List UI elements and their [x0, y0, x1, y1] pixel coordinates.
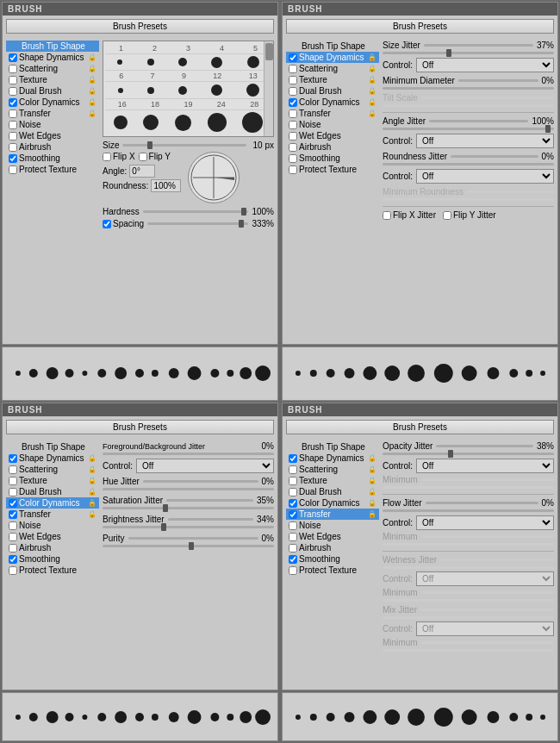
- list-item-scatter[interactable]: Scattering 🔒: [6, 63, 99, 74]
- list-item-texture-br[interactable]: Texture 🔒: [286, 475, 379, 486]
- list-item-dual[interactable]: Dual Brush 🔒: [6, 85, 99, 97]
- list-item-dual-tr[interactable]: Dual Brush 🔒: [286, 85, 379, 97]
- svg-point-27: [462, 365, 477, 381]
- lock-icon: 🔒: [368, 98, 376, 106]
- list-item-scatter-bl[interactable]: Scattering 🔒: [6, 464, 99, 475]
- panel-title-top-right: BRUSH: [283, 3, 557, 16]
- list-item-color-dyn-tr[interactable]: Color Dynamics 🔒: [286, 97, 379, 108]
- brush-presets-btn-bl[interactable]: Brush Presets: [6, 420, 274, 434]
- svg-point-55: [462, 709, 477, 725]
- list-item-shape-dyn-bl[interactable]: Shape Dynamics 🔒: [6, 453, 99, 464]
- svg-point-46: [255, 709, 271, 725]
- list-item-noise[interactable]: Noise: [6, 119, 99, 130]
- list-item-transfer[interactable]: Transfer 🔒: [6, 108, 99, 119]
- svg-point-49: [327, 713, 335, 721]
- svg-point-5: [29, 369, 38, 378]
- svg-point-13: [169, 368, 179, 378]
- svg-point-52: [384, 709, 400, 725]
- svg-point-17: [240, 367, 252, 379]
- svg-point-28: [487, 367, 499, 379]
- svg-point-30: [526, 370, 532, 377]
- list-item-airbrush[interactable]: Airbrush: [6, 141, 99, 153]
- panel-top-left: BRUSH Brush Presets Brush Tip Shape Shap…: [2, 2, 278, 345]
- svg-point-7: [65, 369, 74, 378]
- list-item-noise-bl[interactable]: Noise: [6, 520, 99, 531]
- list-item-wet-edges[interactable]: Wet Edges: [6, 130, 99, 141]
- list-item-shape-dyn-br[interactable]: Shape Dynamics 🔒: [286, 453, 379, 464]
- lock-icon: 🔒: [368, 454, 376, 462]
- list-item-color-dyn-bl[interactable]: Color Dynamics 🔒: [6, 497, 99, 509]
- svg-point-29: [509, 369, 518, 378]
- svg-point-48: [310, 714, 317, 721]
- list-item-brush-tip[interactable]: Brush Tip Shape: [6, 41, 99, 52]
- list-item-wet-edges-tr[interactable]: Wet Edges: [286, 130, 379, 141]
- list-item-texture-bl[interactable]: Texture 🔒: [6, 475, 99, 486]
- svg-point-33: [29, 713, 38, 721]
- svg-point-15: [210, 369, 219, 378]
- list-item-smoothing[interactable]: Smoothing: [6, 153, 99, 164]
- list-item-protect-br[interactable]: Protect Texture: [286, 565, 379, 576]
- list-item-scatter-tr[interactable]: Scattering 🔒: [286, 63, 379, 74]
- list-item-wet-edges-bl[interactable]: Wet Edges: [6, 531, 99, 542]
- list-item-dual-bl[interactable]: Dual Brush 🔒: [6, 486, 99, 497]
- svg-point-11: [135, 369, 144, 378]
- svg-point-16: [227, 370, 233, 377]
- preview-top-right: [282, 347, 558, 402]
- lock-icon: 🔒: [88, 87, 96, 95]
- list-item-shape-dyn-tr[interactable]: Shape Dynamics 🔒: [286, 52, 379, 63]
- list-item-protect-tr[interactable]: Protect Texture: [286, 164, 379, 175]
- svg-point-25: [408, 365, 425, 382]
- list-item-airbrush-br[interactable]: Airbrush: [286, 542, 379, 553]
- brush-presets-btn-tl[interactable]: Brush Presets: [6, 19, 274, 34]
- svg-point-59: [540, 715, 545, 720]
- list-item-color-dyn-br[interactable]: Color Dynamics 🔒: [286, 497, 379, 509]
- brush-list-tl: Brush Tip Shape Shape Dynamics 🔒 Scatter…: [6, 41, 99, 340]
- list-item-brush-tip-br[interactable]: Brush Tip Shape: [286, 441, 379, 453]
- lock-icon: 🔒: [368, 477, 376, 484]
- brush-presets-btn-tr[interactable]: Brush Presets: [286, 19, 554, 34]
- lock-icon: 🔒: [88, 488, 96, 496]
- list-item-texture[interactable]: Texture 🔒: [6, 74, 99, 85]
- list-item-brush-tip-bl[interactable]: Brush Tip Shape: [6, 441, 99, 453]
- list-item-wet-edges-br[interactable]: Wet Edges: [286, 531, 379, 542]
- lock-icon: 🔒: [88, 465, 96, 473]
- list-item-brush-tip-tr[interactable]: Brush Tip Shape: [286, 41, 379, 52]
- list-item-color-dyn[interactable]: Color Dynamics 🔒: [6, 97, 99, 108]
- list-item-transfer-bl[interactable]: Transfer 🔒: [6, 509, 99, 520]
- list-item-shape-dyn[interactable]: Shape Dynamics 🔒: [6, 52, 99, 63]
- lock-icon: 🔒: [368, 53, 376, 61]
- scrollbar[interactable]: [264, 41, 273, 136]
- list-item-transfer-br[interactable]: Transfer 🔒: [286, 509, 379, 520]
- list-item-transfer-tr[interactable]: Transfer 🔒: [286, 108, 379, 119]
- lock-icon: 🔒: [368, 465, 376, 473]
- list-item-smoothing-tr[interactable]: Smoothing: [286, 153, 379, 164]
- list-item-protect[interactable]: Protect Texture: [6, 164, 99, 175]
- svg-point-51: [363, 710, 376, 724]
- list-item-smoothing-bl[interactable]: Smoothing: [6, 553, 99, 565]
- list-item-scatter-br[interactable]: Scattering 🔒: [286, 464, 379, 475]
- svg-point-32: [16, 715, 21, 720]
- svg-point-6: [47, 367, 59, 379]
- svg-point-57: [509, 713, 518, 721]
- list-item-protect-bl[interactable]: Protect Texture: [6, 565, 99, 576]
- list-item-airbrush-tr[interactable]: Airbrush: [286, 141, 379, 153]
- svg-point-10: [115, 367, 127, 379]
- svg-point-34: [47, 711, 59, 723]
- list-item-airbrush-bl[interactable]: Airbrush: [6, 542, 99, 553]
- svg-point-42: [188, 710, 202, 724]
- svg-point-43: [210, 713, 219, 721]
- svg-point-50: [345, 712, 355, 722]
- lock-icon: 🔒: [88, 53, 96, 61]
- list-item-texture-tr[interactable]: Texture 🔒: [286, 74, 379, 85]
- list-item-noise-br[interactable]: Noise: [286, 520, 379, 531]
- brush-list-tr: Brush Tip Shape Shape Dynamics 🔒 Scatter…: [286, 41, 379, 340]
- lock-icon: 🔒: [88, 98, 96, 106]
- svg-point-4: [16, 371, 21, 376]
- lock-icon: 🔒: [368, 109, 376, 117]
- list-item-dual-br[interactable]: Dual Brush 🔒: [286, 486, 379, 497]
- svg-point-38: [115, 711, 127, 723]
- list-item-smoothing-br[interactable]: Smoothing: [286, 553, 379, 565]
- list-item-noise-tr[interactable]: Noise: [286, 119, 379, 130]
- brush-presets-btn-br[interactable]: Brush Presets: [286, 420, 554, 434]
- lock-icon: 🔒: [368, 499, 376, 507]
